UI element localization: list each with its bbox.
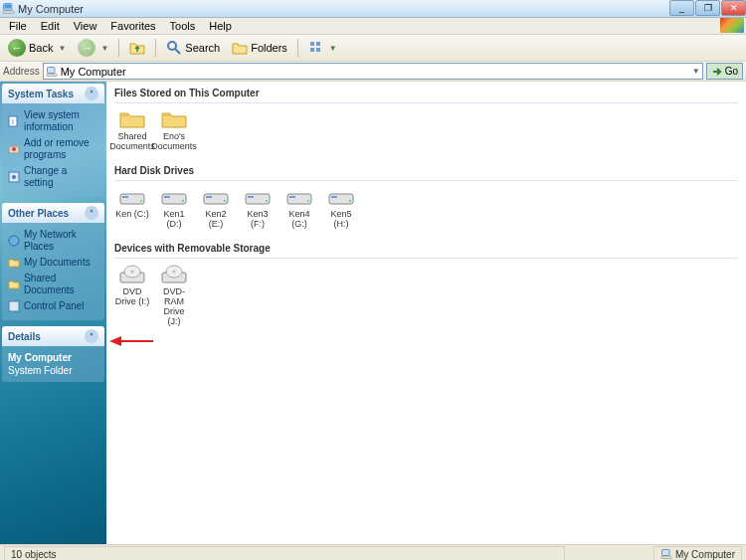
separator <box>155 39 156 57</box>
folder-icon <box>160 109 188 129</box>
forward-button[interactable]: → ▼ <box>74 38 112 58</box>
svg-point-33 <box>307 200 309 202</box>
status-loc-text: My Computer <box>675 549 735 560</box>
task-label: View system information <box>24 109 98 133</box>
drive-h[interactable]: Ken5 (H:) <box>323 187 359 229</box>
item-label: Ken3 (F:) <box>240 209 276 229</box>
group-hard-disks: Hard Disk Drives Ken (C:) Ken1 (D:) Ken2… <box>106 159 746 237</box>
back-label: Back <box>29 42 53 54</box>
task-change-setting[interactable]: Change a setting <box>6 163 100 191</box>
svg-rect-19 <box>120 194 144 204</box>
link-label: Control Panel <box>24 300 85 312</box>
maximize-button[interactable]: ❐ <box>695 0 720 16</box>
item-label: Shared Documents <box>109 131 155 151</box>
go-button[interactable]: Go <box>706 63 743 80</box>
main-view: Files Stored on This Computer Shared Doc… <box>106 82 746 544</box>
system-tasks-header[interactable]: System Tasks ˄ <box>2 84 104 103</box>
separator <box>118 39 119 57</box>
menu-edit[interactable]: Edit <box>34 19 67 33</box>
control-panel-icon <box>8 300 20 312</box>
dvd-drive-i[interactable]: DVD Drive (I:) <box>114 265 150 326</box>
search-label: Search <box>185 42 220 54</box>
other-places-header[interactable]: Other Places ˄ <box>2 203 104 223</box>
svg-rect-6 <box>316 42 320 46</box>
link-shared-documents[interactable]: Shared Documents <box>6 271 100 298</box>
address-input[interactable]: My Computer ▼ <box>43 63 703 80</box>
group-files-stored: Files Stored on This Computer Shared Doc… <box>106 82 746 159</box>
address-bar: Address My Computer ▼ Go <box>0 62 746 82</box>
drive-g[interactable]: Ken4 (G:) <box>281 187 317 229</box>
chevron-down-icon[interactable]: ▼ <box>58 44 66 53</box>
task-label: Change a setting <box>24 165 98 189</box>
drive-d[interactable]: Ken1 (D:) <box>156 187 192 229</box>
svg-rect-28 <box>246 194 270 204</box>
svg-rect-34 <box>329 194 353 204</box>
item-label: Ken (C:) <box>115 209 149 219</box>
task-add-remove-programs[interactable]: Add or remove programs <box>6 135 100 163</box>
hdd-icon <box>118 187 146 207</box>
svg-rect-31 <box>287 194 311 204</box>
svg-point-30 <box>266 200 268 202</box>
up-button[interactable] <box>125 38 149 58</box>
details-header[interactable]: Details ˄ <box>2 326 104 346</box>
search-button[interactable]: Search <box>162 38 224 58</box>
menu-help[interactable]: Help <box>202 19 239 33</box>
documents-icon <box>8 257 20 269</box>
svg-point-27 <box>224 200 226 202</box>
chevron-down-icon[interactable]: ▼ <box>692 67 700 76</box>
svg-rect-26 <box>206 196 212 198</box>
folders-label: Folders <box>251 42 287 54</box>
chevron-down-icon[interactable]: ▼ <box>100 44 108 53</box>
svg-rect-9 <box>47 67 55 73</box>
back-arrow-icon: ← <box>8 39 26 57</box>
back-button[interactable]: ← Back ▼ <box>4 38 70 58</box>
folder-shared-documents[interactable]: Shared Documents <box>114 109 150 151</box>
svg-point-42 <box>173 271 176 274</box>
svg-point-17 <box>9 236 19 246</box>
link-control-panel[interactable]: Control Panel <box>6 298 100 314</box>
group-removable: Devices with Removable Storage DVD Drive… <box>106 237 746 334</box>
link-network-places[interactable]: My Network Places <box>6 227 100 255</box>
svg-rect-7 <box>310 48 314 52</box>
views-icon <box>308 40 324 56</box>
svg-rect-20 <box>122 196 128 198</box>
menu-file[interactable]: File <box>2 19 34 33</box>
icon-row: DVD Drive (I:) DVD-RAM Drive (J:) <box>114 265 738 326</box>
close-button[interactable]: ✕ <box>721 0 746 16</box>
dvd-icon <box>160 265 188 284</box>
svg-rect-25 <box>204 194 228 204</box>
task-view-system-info[interactable]: i View system information <box>6 107 100 135</box>
folders-button[interactable]: Folders <box>228 38 291 58</box>
programs-icon <box>8 143 20 155</box>
link-label: My Documents <box>24 257 91 269</box>
drive-e[interactable]: Ken2 (E:) <box>198 187 234 229</box>
chevron-down-icon[interactable]: ▼ <box>329 44 337 53</box>
menu-view[interactable]: View <box>67 19 104 33</box>
menu-favorites[interactable]: Favorites <box>103 19 162 33</box>
drive-f[interactable]: Ken3 (F:) <box>240 187 276 229</box>
titlebar: My Computer _ ❐ ✕ <box>0 0 746 18</box>
svg-point-3 <box>168 42 176 50</box>
forward-arrow-icon: → <box>78 39 95 57</box>
separator <box>297 39 298 57</box>
item-label: DVD-RAM Drive (J:) <box>156 286 192 326</box>
folder-user-documents[interactable]: Eno's Documents <box>156 109 192 151</box>
minimize-button[interactable]: _ <box>669 0 694 16</box>
status-object-count: 10 objects <box>4 546 565 560</box>
computer-icon <box>660 548 672 560</box>
svg-rect-2 <box>3 11 14 13</box>
svg-rect-1 <box>4 4 11 8</box>
drive-c[interactable]: Ken (C:) <box>114 187 150 229</box>
svg-rect-32 <box>289 196 295 198</box>
chevron-up-icon: ˄ <box>85 329 98 343</box>
dvd-ram-drive-j[interactable]: DVD-RAM Drive (J:) <box>156 265 192 326</box>
computer-icon <box>46 66 58 78</box>
views-button[interactable]: ▼ <box>304 38 341 58</box>
window-title: My Computer <box>18 3 84 15</box>
svg-rect-35 <box>331 196 337 198</box>
menu-tools[interactable]: Tools <box>163 19 203 33</box>
svg-rect-10 <box>46 74 57 76</box>
svg-text:i: i <box>12 117 14 126</box>
link-my-documents[interactable]: My Documents <box>6 255 100 271</box>
svg-rect-5 <box>310 42 314 46</box>
